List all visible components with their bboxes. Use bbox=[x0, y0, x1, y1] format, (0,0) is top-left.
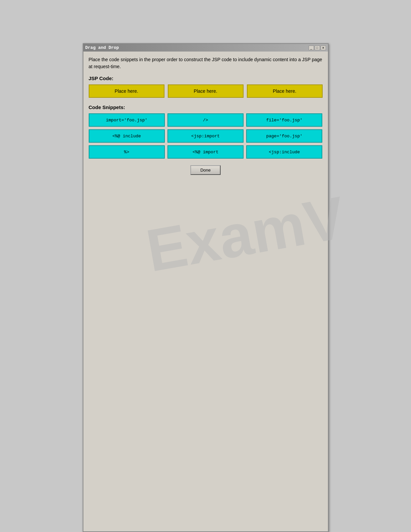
snippet-4[interactable]: <jsp:import bbox=[167, 129, 244, 143]
snippet-0[interactable]: import='foo.jsp' bbox=[89, 113, 165, 127]
snippet-7[interactable]: <%@ import bbox=[167, 145, 244, 159]
done-button[interactable]: Done bbox=[190, 165, 221, 175]
title-bar: Drag and Drop _ □ ✕ bbox=[83, 44, 328, 52]
drop-zone-1[interactable]: Place here. bbox=[89, 84, 164, 98]
window-title: Drag and Drop bbox=[85, 45, 119, 50]
snippet-6[interactable]: %> bbox=[89, 145, 165, 159]
window: Drag and Drop _ □ ✕ Place the code snipp… bbox=[83, 43, 329, 532]
instructions-text: Place the code snippets in the proper or… bbox=[89, 56, 323, 70]
minimize-button[interactable]: _ bbox=[309, 46, 314, 50]
window-content: Place the code snippets in the proper or… bbox=[83, 52, 328, 182]
title-bar-controls: _ □ ✕ bbox=[309, 46, 326, 50]
snippet-1[interactable]: /> bbox=[167, 113, 244, 127]
drop-zone-3[interactable]: Place here. bbox=[247, 84, 323, 98]
done-row: Done bbox=[89, 165, 323, 175]
close-button[interactable]: ✕ bbox=[321, 46, 326, 50]
snippets-grid: import='foo.jsp' /> file='foo.jsp' <%@ i… bbox=[89, 113, 323, 159]
snippet-2[interactable]: file='foo.jsp' bbox=[246, 113, 322, 127]
jsp-code-label: JSP Code: bbox=[89, 75, 323, 81]
snippet-8[interactable]: <jsp:include bbox=[246, 145, 322, 159]
drop-zone-2[interactable]: Place here. bbox=[168, 84, 244, 98]
snippet-3[interactable]: <%@ include bbox=[89, 129, 165, 143]
snippet-5[interactable]: page='foo.jsp' bbox=[246, 129, 322, 143]
maximize-button[interactable]: □ bbox=[315, 46, 320, 50]
code-snippets-label: Code Snippets: bbox=[89, 104, 323, 110]
drop-zones-container: Place here. Place here. Place here. bbox=[89, 84, 323, 98]
